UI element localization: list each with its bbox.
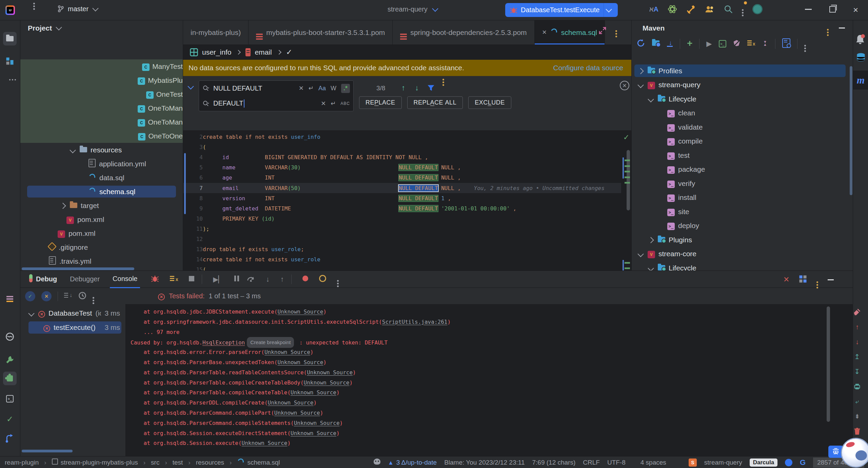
console-brush-icon[interactable] xyxy=(853,307,862,316)
spring-badge[interactable]: S xyxy=(689,458,697,467)
debug-step-out-button[interactable]: ↑ xyxy=(280,275,284,283)
stack-trace-link[interactable]: ScriptUtils.java:261 xyxy=(382,319,448,325)
status-crumb-stream-plugin-mybatis-plus[interactable]: stream-plugin-mybatis-plus xyxy=(52,458,138,466)
scroll-up-icon[interactable]: ↥ xyxy=(853,352,862,361)
main-menu-kebab-icon[interactable] xyxy=(33,3,35,4)
status-crlf[interactable]: CRLF xyxy=(583,459,600,466)
project-item-data-sql[interactable]: data.sql xyxy=(20,171,183,185)
maven-node-plugins-12[interactable]: Plugins xyxy=(632,233,853,247)
regex-toggle[interactable]: .* xyxy=(341,84,350,93)
octo-icon[interactable] xyxy=(374,458,380,466)
project-item-target[interactable]: target xyxy=(20,199,183,212)
stack-trace-link[interactable]: Unknown Source xyxy=(242,440,288,446)
editor-tab-schema-sql[interactable]: ✕schema.sql xyxy=(535,20,605,44)
status-utf-8[interactable]: UTF-8 xyxy=(607,459,626,466)
debug-step-into-button[interactable]: ↓ xyxy=(266,275,270,283)
findbar-collapse-chevron-icon[interactable] xyxy=(188,83,194,89)
clear-console-icon[interactable] xyxy=(853,427,862,436)
words-toggle[interactable]: W xyxy=(331,85,336,92)
breadcrumb-table[interactable]: user_info xyxy=(202,48,231,56)
plugin-tool-icon[interactable] xyxy=(3,372,17,385)
close-find-icon[interactable]: ✕ xyxy=(620,81,629,90)
show-failed-button[interactable]: ✕ xyxy=(41,291,52,301)
project-item--travis-yml[interactable]: .travis.yml xyxy=(20,254,183,268)
terminal-tool-icon[interactable]: >_ xyxy=(3,392,17,406)
users-icon[interactable] xyxy=(705,5,715,14)
search-input[interactable]: NULL DEFAULT ✕ ↵ Aa W .* xyxy=(199,80,354,96)
test-node-testexecute-[interactable]: ✕testExecute()3 ms xyxy=(20,320,125,335)
create-breakpoint-badge[interactable]: Create breakpoint xyxy=(247,337,294,348)
clear-search-icon[interactable]: ✕ xyxy=(299,85,304,92)
notifications-kebab-icon[interactable] xyxy=(742,6,744,12)
editor-scrollbar-thumb[interactable] xyxy=(627,150,630,210)
debug-tab-console[interactable]: Console xyxy=(110,270,140,288)
scroll-end-icon[interactable]: ⇟ xyxy=(853,412,862,421)
maven-scrollbar[interactable] xyxy=(850,66,852,195)
editor-tab-in-mybatis-plus-[interactable]: in-mybatis-plus) xyxy=(183,20,249,44)
maven-shield-off-button[interactable] xyxy=(733,39,741,48)
more-tools-icon[interactable] xyxy=(3,73,17,87)
status-crumb-schema-sql[interactable]: schema.sql xyxy=(237,458,280,467)
editor-tab-mybatis-plus-boot-starter-3-5-3-1-pom[interactable]: mybatis-plus-boot-starter-3.5.3.1.pom xyxy=(249,20,393,44)
debug-stop-button[interactable] xyxy=(189,276,194,283)
maven-node-package-7[interactable]: >_package xyxy=(632,163,853,176)
debug-bp-ring-button[interactable] xyxy=(319,275,326,283)
run-configuration-button[interactable]: DatabaseTest.testExecute xyxy=(505,3,618,17)
stack-trace-link[interactable]: Unknown Source xyxy=(278,359,323,366)
stack-trace-link[interactable]: Unknown Source xyxy=(274,410,320,416)
maven-node-stream-query-1[interactable]: Vstream-query xyxy=(632,78,853,92)
delta-icon[interactable]: ▲3 Δ/up-to-date xyxy=(388,459,437,466)
project-item-pom-xml[interactable]: Vpom.xml xyxy=(20,226,183,240)
newline-icon[interactable]: ↵ xyxy=(309,85,314,92)
jump-down-icon[interactable]: ↓ xyxy=(853,337,862,346)
maven-collapse-button[interactable]: ▼▲ xyxy=(762,40,768,47)
window-close-button[interactable]: × xyxy=(853,5,858,15)
theme-badge-darcula[interactable]: Darcula xyxy=(750,458,777,467)
project-item-onetest[interactable]: COneTest xyxy=(20,87,183,101)
status-crumb-resources[interactable]: resources xyxy=(196,459,224,466)
project-item-mybatisplu[interactable]: CMybatisPlu xyxy=(20,73,183,87)
console-scrollbar[interactable] xyxy=(827,306,830,422)
window-minimize-button[interactable] xyxy=(805,9,812,10)
maven-skip-tests-button[interactable]: x xyxy=(747,40,755,48)
maven-goal-search-button[interactable] xyxy=(782,38,790,49)
status-7-69[interactable]: 7:69 (12 chars) xyxy=(532,459,576,466)
stack-trace-link[interactable]: Unknown Source xyxy=(304,379,350,386)
maven-run-button[interactable]: ▶ xyxy=(706,40,712,48)
maven-node-profiles-0[interactable]: Profiles xyxy=(632,64,853,78)
close-session-icon[interactable]: ✕ xyxy=(783,275,789,284)
scroll-down-icon[interactable]: ↧ xyxy=(853,367,862,376)
test-node-databasetest[interactable]: ✕DatabaseTest (io.git3 ms xyxy=(20,306,125,320)
close-tab-icon[interactable]: ✕ xyxy=(542,29,547,36)
google-icon[interactable]: G xyxy=(800,458,806,467)
services-tool-icon[interactable] xyxy=(3,292,17,305)
stack-trace-link[interactable]: Unknown Source xyxy=(264,349,310,355)
debug-kebab-icon[interactable] xyxy=(816,281,818,283)
stack-trace-link[interactable]: Unknown Source xyxy=(307,369,353,376)
status-crumb-test[interactable]: test xyxy=(173,459,183,466)
project-item-application-yml[interactable]: application.yml xyxy=(20,157,183,171)
maven-terminal-button[interactable]: >_ xyxy=(719,40,726,48)
atom-icon[interactable] xyxy=(667,4,677,14)
problems-tool-icon[interactable]: ✓ xyxy=(3,412,17,426)
status-stream-query[interactable]: stream-query xyxy=(704,459,742,466)
commit-tool-icon[interactable] xyxy=(3,330,17,343)
replace-all-button[interactable]: REPLACE ALL xyxy=(407,96,463,109)
stack-trace-link[interactable]: HsqlException xyxy=(202,339,245,346)
debug-more-button[interactable] xyxy=(337,275,339,283)
status-blame-[interactable]: Blame: You 2023/2/12 23:11 xyxy=(444,459,525,466)
layout-settings-icon[interactable] xyxy=(799,275,807,284)
code-editor[interactable]: 2create table if not exists user_info3(4… xyxy=(183,130,632,270)
replace-button[interactable]: REPLACE xyxy=(359,96,402,109)
console-output[interactable]: at org.hsqldb.jdbc.JDBCStatement.execute… xyxy=(125,304,853,456)
maven-node-deploy-11[interactable]: >_deploy xyxy=(632,219,853,233)
print-icon[interactable] xyxy=(853,382,862,391)
preserve-case-toggle[interactable]: ABC xyxy=(340,101,350,106)
project-item-onetoman[interactable]: COneToMan xyxy=(20,101,183,115)
tab-options-kebab-icon[interactable] xyxy=(615,30,617,32)
debug-pause-button[interactable] xyxy=(234,276,236,283)
maven-node-site-10[interactable]: >_site xyxy=(632,205,853,219)
stack-trace-link[interactable]: Unknown Source xyxy=(278,308,323,315)
show-passed-button[interactable]: ✓ xyxy=(25,291,35,301)
maven-node-compile-5[interactable]: >_compile xyxy=(632,134,853,148)
